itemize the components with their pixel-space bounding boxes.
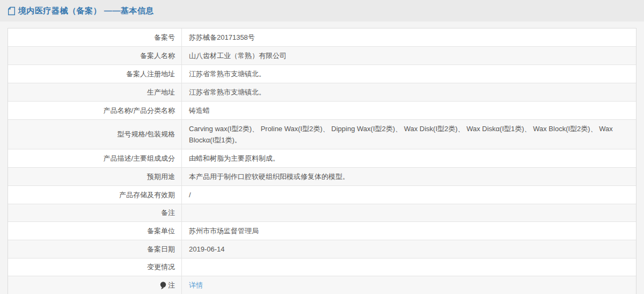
table-row: 注详情 xyxy=(8,276,636,294)
row-value: Carving wax(I型2类)、 Proline Wax(I型2类)、 Di… xyxy=(182,120,636,149)
row-label: 型号规格/包装规格 xyxy=(8,120,182,149)
row-label-text: 产品名称/产品分类名称 xyxy=(103,106,175,116)
row-value-text: Carving wax(I型2类)、 Proline Wax(I型2类)、 Di… xyxy=(189,123,623,146)
table-row: 变更情况 xyxy=(8,259,636,276)
table-row: 备案号苏苏械备20171358号 xyxy=(8,28,636,47)
row-label: 产品存储及有效期 xyxy=(8,186,182,204)
row-label: 注 xyxy=(8,276,182,294)
table-row: 备案人名称山八齿材工业（常熟）有限公司 xyxy=(8,47,636,65)
row-value: 江苏省常熟市支塘镇北。 xyxy=(182,83,636,101)
row-label-text: 产品描述/主要组成成分 xyxy=(103,154,175,163)
row-label-text: 备案日期 xyxy=(147,245,175,254)
row-value-text: 铸造蜡 xyxy=(189,105,210,116)
row-value: 详情 xyxy=(182,276,636,294)
table-row: 预期用途本产品用于制作口腔软硬组织阳模或修复体的模型。 xyxy=(8,168,636,186)
row-value: 由蜡和树脂为主要原料制成。 xyxy=(182,149,636,167)
page-header: 境内医疗器械（备案） ——基本信息 xyxy=(0,0,644,21)
row-label-text: 产品存储及有效期 xyxy=(119,190,175,200)
row-label-text: 备案号 xyxy=(154,33,175,42)
row-label-text: 备案人名称 xyxy=(140,51,175,61)
row-label: 预期用途 xyxy=(8,168,182,185)
row-value-text: 江苏省常熟市支塘镇北。 xyxy=(189,87,266,98)
table-row: 产品名称/产品分类名称铸造蜡 xyxy=(8,102,636,120)
table-row: 型号规格/包装规格Carving wax(I型2类)、 Proline Wax(… xyxy=(8,120,636,149)
row-label: 备案人注册地址 xyxy=(8,65,182,83)
row-value-text: / xyxy=(189,189,191,200)
table-row: 备案人注册地址江苏省常熟市支塘镇北。 xyxy=(8,65,636,83)
table-row: 生产地址江苏省常熟市支塘镇北。 xyxy=(8,83,636,102)
row-value: 苏苏械备20171358号 xyxy=(182,28,636,46)
row-value xyxy=(182,204,636,221)
row-label-text: 型号规格/包装规格 xyxy=(117,130,175,139)
table-row: 备案单位苏州市市场监督管理局 xyxy=(8,222,636,240)
row-value xyxy=(182,259,636,276)
row-label: 备案号 xyxy=(8,28,182,46)
row-value-text: 本产品用于制作口腔软硬组织阳模或修复体的模型。 xyxy=(189,171,349,182)
row-label-text: 注 xyxy=(168,281,175,290)
row-label-text: 预期用途 xyxy=(147,172,175,182)
row-label: 备案人名称 xyxy=(8,47,182,64)
row-value-text: 苏州市市场监督管理局 xyxy=(189,225,259,236)
row-label: 产品描述/主要组成成分 xyxy=(8,149,182,167)
row-label: 产品名称/产品分类名称 xyxy=(8,102,182,119)
row-label-text: 备注 xyxy=(161,208,175,218)
row-label: 备案单位 xyxy=(8,222,182,240)
row-value: 江苏省常熟市支塘镇北。 xyxy=(182,65,636,83)
document-icon xyxy=(8,6,16,16)
info-table: 备案号苏苏械备20171358号备案人名称山八齿材工业（常熟）有限公司备案人注册… xyxy=(8,28,636,294)
row-value-text: 由蜡和树脂为主要原料制成。 xyxy=(189,153,280,164)
row-value-text: 2019-06-14 xyxy=(189,243,225,255)
row-label: 备注 xyxy=(8,204,182,221)
row-label: 变更情况 xyxy=(8,259,182,276)
row-value: 山八齿材工业（常熟）有限公司 xyxy=(182,47,636,64)
row-label-text: 备案人注册地址 xyxy=(126,69,175,79)
row-value-text: 江苏省常熟市支塘镇北。 xyxy=(189,68,266,80)
table-row: 产品存储及有效期/ xyxy=(8,186,636,204)
row-label: 备案日期 xyxy=(8,240,182,258)
balloon-note-icon xyxy=(160,282,166,290)
row-value: / xyxy=(182,186,636,204)
table-row: 备案日期2019-06-14 xyxy=(8,240,636,259)
row-value-text: 山八齿材工业（常熟）有限公司 xyxy=(189,50,287,61)
table-row: 产品描述/主要组成成分由蜡和树脂为主要原料制成。 xyxy=(8,149,636,168)
row-value: 2019-06-14 xyxy=(182,240,636,258)
table-row: 备注 xyxy=(8,204,636,222)
row-label: 生产地址 xyxy=(8,83,182,101)
row-label-text: 变更情况 xyxy=(147,262,175,272)
page-title: 境内医疗器械（备案） ——基本信息 xyxy=(18,6,154,16)
row-value: 铸造蜡 xyxy=(182,102,636,119)
row-value-text: 苏苏械备20171358号 xyxy=(189,32,255,43)
row-value: 苏州市市场监督管理局 xyxy=(182,222,636,240)
row-value: 本产品用于制作口腔软硬组织阳模或修复体的模型。 xyxy=(182,168,636,185)
row-label-text: 生产地址 xyxy=(147,88,175,97)
details-link[interactable]: 详情 xyxy=(189,279,203,291)
row-label-text: 备案单位 xyxy=(147,226,175,236)
